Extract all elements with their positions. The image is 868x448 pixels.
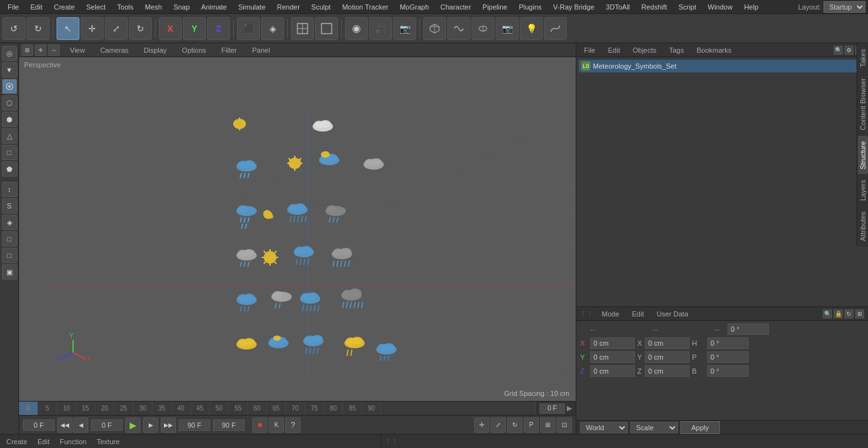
frame-fwd-btn[interactable]: ▶▶ [161, 417, 176, 433]
tr-scale-btn[interactable]: ⤢ [491, 417, 506, 433]
tr-grid-btn[interactable]: ⊞ [540, 417, 555, 433]
vtab-takes[interactable]: Takes [858, 43, 868, 72]
mat-function-btn[interactable]: Function [57, 438, 89, 445]
attr-z-rot[interactable] [707, 365, 749, 377]
auto-key-btn[interactable]: K [269, 417, 284, 433]
world-dropdown[interactable]: World [580, 422, 628, 433]
attr-x-rot[interactable] [707, 337, 749, 349]
left-tool-1[interactable]: ▼ [2, 62, 17, 78]
menu-vray[interactable]: V-Ray Bridge [548, 2, 600, 12]
attr-y-rot[interactable] [707, 351, 749, 363]
viewport-1-button[interactable] [291, 17, 314, 40]
vtab-content-browser[interactable]: Content Browser [858, 72, 868, 135]
apply-button[interactable]: Apply [681, 421, 720, 434]
end-frame-field[interactable] [179, 419, 210, 431]
menu-tools[interactable]: Tools [112, 2, 139, 12]
scale-tool-button[interactable]: ⤢ [105, 17, 128, 40]
viewport-2-button[interactable] [315, 17, 338, 40]
tr-rotate-btn[interactable]: ↻ [507, 417, 522, 433]
left-tool-12[interactable]: □ [2, 248, 17, 263]
mat-create-btn[interactable]: Create [4, 438, 30, 445]
viewport-tab-options[interactable]: Options [177, 45, 211, 55]
help-btn[interactable]: ? [285, 417, 301, 433]
mesh-mode-button[interactable]: ◈ [261, 17, 284, 40]
y-axis-button[interactable]: Y [183, 17, 206, 40]
tr-snap-btn[interactable]: ⊡ [557, 417, 572, 433]
obj-mgr-objects[interactable]: Objects [629, 46, 660, 55]
left-tool-5[interactable]: △ [2, 128, 17, 144]
deformer-button[interactable] [471, 17, 494, 40]
menu-mesh[interactable]: Mesh [140, 2, 167, 12]
obj-mgr-tags[interactable]: Tags [665, 46, 688, 55]
current-frame-field[interactable] [539, 404, 565, 414]
object-row-main[interactable]: L0 Meteorology_Symbols_Set [579, 60, 865, 72]
attr-expand-icon[interactable]: ⊞ [855, 309, 864, 318]
vtab-attributes[interactable]: Attributes [858, 206, 868, 246]
start-frame-field[interactable] [23, 419, 55, 431]
menu-sculpt[interactable]: Sculpt [306, 2, 336, 12]
attr-z-pos[interactable] [590, 365, 635, 377]
menu-motion-tracker[interactable]: Motion Tracker [337, 2, 393, 12]
left-tool-10[interactable]: ◈ [2, 215, 17, 230]
menu-help[interactable]: Help [739, 2, 764, 12]
menu-pipeline[interactable]: Pipeline [477, 2, 512, 12]
current-time-field[interactable] [91, 419, 123, 431]
render-settings-button[interactable]: 🎥 [369, 17, 392, 40]
obj-mgr-edit[interactable]: Edit [604, 46, 624, 55]
viewport-move-btn[interactable]: ✛ [35, 44, 46, 56]
menu-file[interactable]: File [3, 2, 24, 12]
move-tool-button[interactable]: ✛ [81, 17, 104, 40]
menu-mograph[interactable]: MoGraph [395, 2, 434, 12]
menu-create[interactable]: Create [49, 2, 80, 12]
attr-x-size[interactable] [645, 337, 689, 349]
attr-refresh-icon[interactable]: ↻ [844, 309, 853, 318]
obj-mgr-file[interactable]: File [580, 46, 599, 55]
obj-mgr-bookmarks[interactable]: Bookmarks [693, 46, 735, 55]
left-tool-4[interactable]: ⬢ [2, 112, 17, 127]
viewport-tab-display[interactable]: Display [139, 45, 172, 55]
attr-edit-btn[interactable]: Edit [628, 310, 648, 318]
viewport-tab-view[interactable]: View [65, 45, 90, 55]
menu-script[interactable]: Script [674, 2, 702, 12]
attr-userdata-btn[interactable]: User Data [653, 310, 693, 318]
left-tool-2[interactable] [2, 79, 17, 94]
viewport-tab-panel[interactable]: Panel [247, 45, 275, 55]
attr-search-icon[interactable]: 🔍 [823, 309, 832, 318]
viewport-tab-filter[interactable]: Filter [216, 45, 241, 55]
left-tool-8[interactable]: ↕ [2, 182, 17, 197]
attr-x-pos[interactable] [590, 337, 635, 349]
attr-col3-val[interactable] [728, 323, 769, 335]
camera-button[interactable]: 📷 [496, 17, 519, 40]
left-tool-3[interactable]: ⬡ [2, 95, 17, 111]
redo-button[interactable]: ↻ [27, 17, 50, 40]
left-tool-6[interactable]: □ [2, 145, 17, 160]
spline-button[interactable] [544, 17, 567, 40]
tr-move-btn[interactable]: ✛ [474, 417, 489, 433]
left-tool-0[interactable]: ◎ [2, 46, 17, 61]
viewport-tab-cameras[interactable]: Cameras [95, 45, 134, 55]
play-back-btn[interactable]: ◀ [73, 417, 88, 433]
preview-end-field[interactable] [213, 419, 245, 431]
attr-z-size[interactable] [645, 365, 689, 377]
record-btn[interactable]: ⏺ [252, 417, 268, 433]
tr-object-btn[interactable]: P [524, 417, 539, 433]
mat-texture-btn[interactable]: Texture [94, 438, 122, 445]
menu-3dtoall[interactable]: 3DToAll [600, 2, 635, 12]
menu-simulate[interactable]: Simulate [233, 2, 271, 12]
frame-back-btn[interactable]: ◀◀ [57, 417, 72, 433]
scale-dropdown[interactable]: Scale [630, 422, 678, 433]
vtab-layers[interactable]: Layers [858, 174, 868, 206]
render-button[interactable]: ◉ [345, 17, 368, 40]
nurbs-button[interactable] [447, 17, 470, 40]
viewport-zoom-btn[interactable]: ↔ [48, 44, 60, 56]
menu-plugins[interactable]: Plugins [513, 2, 546, 12]
left-tool-9[interactable]: S [2, 198, 17, 214]
play-btn[interactable]: ▶ [125, 417, 140, 433]
cube-button[interactable] [423, 17, 446, 40]
light-button[interactable]: 💡 [520, 17, 543, 40]
viewport[interactable]: X Y Z Perspective Grid Spacing : 10 cm [19, 57, 576, 401]
menu-redshift[interactable]: Redshift [636, 2, 672, 12]
z-axis-button[interactable]: Z [207, 17, 230, 40]
attr-y-size[interactable] [645, 351, 689, 363]
menu-render[interactable]: Render [272, 2, 305, 12]
